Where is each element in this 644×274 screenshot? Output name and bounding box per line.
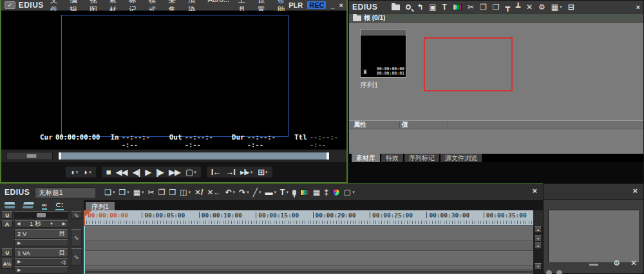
dropdown-caret-icon[interactable]: ▾ bbox=[127, 190, 129, 195]
scroll-up-icon[interactable]: ▲ bbox=[535, 242, 542, 249]
replace-clip-icon[interactable]: ◫▾ bbox=[180, 188, 191, 197]
plr-button[interactable]: PLR bbox=[289, 1, 303, 9]
expander-icon[interactable]: ▶ bbox=[17, 259, 21, 264]
column-divider[interactable] bbox=[399, 122, 400, 128]
dropdown-caret-icon[interactable]: ▾ bbox=[274, 190, 276, 195]
paste-icon[interactable]: ❒▾ bbox=[169, 188, 176, 197]
track-lanes-area[interactable] bbox=[84, 226, 533, 274]
voiceover-mic-icon[interactable]: ▾ bbox=[292, 190, 296, 196]
dropdown-caret-icon[interactable]: ▾ bbox=[142, 190, 144, 195]
track-expander-1va[interactable]: ▶ ◁) bbox=[14, 258, 68, 266]
expander-icon[interactable]: ▶ bbox=[17, 268, 21, 273]
fast-forward-icon[interactable]: ▶▶▾ bbox=[169, 168, 180, 176]
track-wave-icon[interactable]: ∿ bbox=[71, 248, 82, 266]
dropdown-caret-icon[interactable]: ▾ bbox=[302, 190, 305, 195]
track-panel-icon[interactable]: 目 bbox=[59, 230, 66, 238]
toolbox-icon[interactable]: ⊟▾ bbox=[568, 3, 574, 12]
close-button[interactable]: × bbox=[632, 186, 638, 196]
rewind-icon[interactable]: ◀◀▾ bbox=[116, 168, 128, 176]
track-expander-2v[interactable]: ▶ bbox=[14, 239, 68, 246]
ripple-delete-icon[interactable]: ✕←▾ bbox=[207, 188, 221, 197]
new-sequence-icon[interactable]: ❏▾ bbox=[104, 188, 115, 197]
save-project-icon[interactable]: ▦▾ bbox=[133, 188, 144, 197]
playhead-ruler-line[interactable] bbox=[84, 210, 85, 226]
play-forward-icon[interactable]: |▶▾ bbox=[156, 168, 164, 176]
scroll-down-icon[interactable]: ▼ bbox=[535, 235, 542, 242]
scroll-down-icon[interactable]: ▼ bbox=[535, 263, 542, 269]
stop-icon[interactable]: ■▾ bbox=[106, 168, 111, 176]
track-expander-1va-audio[interactable]: ▶ bbox=[14, 266, 68, 273]
dropdown-caret-icon[interactable]: ▾ bbox=[352, 190, 355, 195]
shuttle-handle[interactable] bbox=[26, 154, 37, 158]
dropdown-caret-icon[interactable]: ▾ bbox=[259, 190, 261, 195]
set-out-icon[interactable]: →Ι▾ bbox=[225, 168, 235, 176]
window-layout-icon[interactable]: ▢▾ bbox=[344, 188, 355, 197]
dropdown-caret-icon[interactable]: ▾ bbox=[247, 190, 249, 195]
cut-icon[interactable]: ✂▾ bbox=[148, 188, 155, 197]
track-panel-icon[interactable]: 目 bbox=[59, 249, 66, 257]
video-mute-button[interactable]: ∪ bbox=[1, 211, 13, 219]
track-lane-video[interactable] bbox=[84, 226, 533, 241]
track-wave-icon[interactable]: ∿ bbox=[71, 211, 82, 219]
dropdown-caret-icon[interactable]: ▾ bbox=[265, 170, 268, 174]
color-correction-icon[interactable]: ▾ bbox=[332, 188, 340, 196]
playhead-line[interactable] bbox=[84, 226, 85, 274]
timeline-ruler[interactable]: 00:00:00:0000:00:05:0000:00:10:0000:00:1… bbox=[84, 210, 533, 226]
close-button[interactable]: × bbox=[636, 3, 640, 11]
property-column-header[interactable]: 属性 bbox=[349, 120, 399, 129]
folder-tree-row[interactable]: 根 (0/1) bbox=[349, 14, 643, 23]
insert-to-timeline-icon[interactable]: ┳▾ bbox=[506, 3, 510, 12]
new-folder-icon[interactable]: ▾ bbox=[392, 5, 400, 10]
bin-tab[interactable]: 源文件浏览 bbox=[440, 154, 482, 162]
close-button[interactable]: × bbox=[532, 186, 537, 196]
value-column-header[interactable]: 值 bbox=[399, 120, 446, 129]
track-panel-mode-icon[interactable] bbox=[5, 202, 15, 208]
loop-monitor-icon[interactable]: ▢▾ bbox=[185, 168, 196, 176]
dropdown-caret-icon[interactable]: ▾ bbox=[560, 5, 562, 10]
add-cut-point-icon[interactable]: ╱▾ bbox=[253, 188, 261, 197]
dropdown-caret-icon[interactable]: ▾ bbox=[76, 170, 79, 174]
timeline-zoom-slider[interactable] bbox=[14, 211, 68, 219]
properties-icon[interactable]: ⚙▾ bbox=[538, 3, 545, 12]
dropdown-caret-icon[interactable]: ▾ bbox=[455, 5, 457, 10]
sync-mode-icon[interactable] bbox=[23, 202, 34, 208]
view-mode-icon[interactable]: ▦▾ bbox=[551, 3, 562, 12]
track-header-1va[interactable]: 1 VA 目 bbox=[14, 248, 68, 257]
multicam-icon[interactable]: ▦▾ bbox=[313, 188, 320, 197]
cut-icon[interactable]: ✂▾ bbox=[468, 3, 474, 12]
paste-icon[interactable]: ❒▾ bbox=[493, 3, 500, 12]
dropdown-caret-icon[interactable]: ▾ bbox=[233, 190, 236, 195]
track-lane-va[interactable] bbox=[84, 251, 533, 266]
va-audio-channel-button[interactable]: A½ bbox=[1, 259, 13, 269]
settings-icon[interactable]: ⚙ bbox=[613, 259, 620, 268]
redo-icon[interactable]: ↷▾ bbox=[239, 188, 249, 197]
title-icon[interactable]: T▾ bbox=[442, 3, 447, 12]
scale-caret-icon[interactable]: ▾ bbox=[50, 221, 53, 226]
rec-button[interactable]: REC bbox=[307, 1, 326, 9]
dropdown-caret-icon[interactable]: ▾ bbox=[251, 170, 253, 174]
copy-icon[interactable]: ❐▾ bbox=[158, 188, 166, 197]
track-wave-icon[interactable]: ∿ bbox=[71, 229, 82, 246]
view-monitor-icon[interactable]: ▾ bbox=[453, 4, 462, 10]
dropdown-caret-icon[interactable]: ▾ bbox=[286, 190, 289, 195]
render-export-icon[interactable]: ▾ bbox=[300, 189, 309, 196]
zoom-slider-handle[interactable] bbox=[37, 213, 46, 217]
dropdown-caret-icon[interactable]: ▾ bbox=[189, 190, 191, 195]
dropdown-caret-icon[interactable]: ▾ bbox=[194, 170, 196, 174]
frame-back-icon[interactable]: ◀|▾ bbox=[133, 168, 140, 176]
track-lane-va-sub[interactable] bbox=[84, 266, 533, 270]
audio-mute-button[interactable]: A bbox=[1, 220, 13, 228]
set-in-icon[interactable]: Ι←▾ bbox=[211, 168, 221, 176]
palette-resize-handle[interactable] bbox=[589, 264, 598, 266]
title-icon[interactable]: T▾ bbox=[280, 188, 289, 197]
ripple-mode-icon[interactable]: ∞ bbox=[42, 201, 47, 210]
expander-icon[interactable]: ▶ bbox=[17, 241, 21, 246]
track-header-2v[interactable]: 2 V 目 bbox=[14, 229, 68, 239]
scroll-up-icon[interactable]: ▲ bbox=[535, 226, 542, 233]
bin-tab[interactable]: 特效 bbox=[381, 154, 403, 162]
track-scrollbar[interactable]: ▲▼▲▼ bbox=[533, 226, 543, 274]
bin-tab[interactable]: 素材库 bbox=[352, 154, 380, 162]
scale-left-arrow-icon[interactable]: ◀ bbox=[17, 221, 20, 226]
play-around-icon[interactable]: ▸Ι▸▾ bbox=[240, 168, 252, 176]
position-bar[interactable] bbox=[58, 152, 330, 160]
